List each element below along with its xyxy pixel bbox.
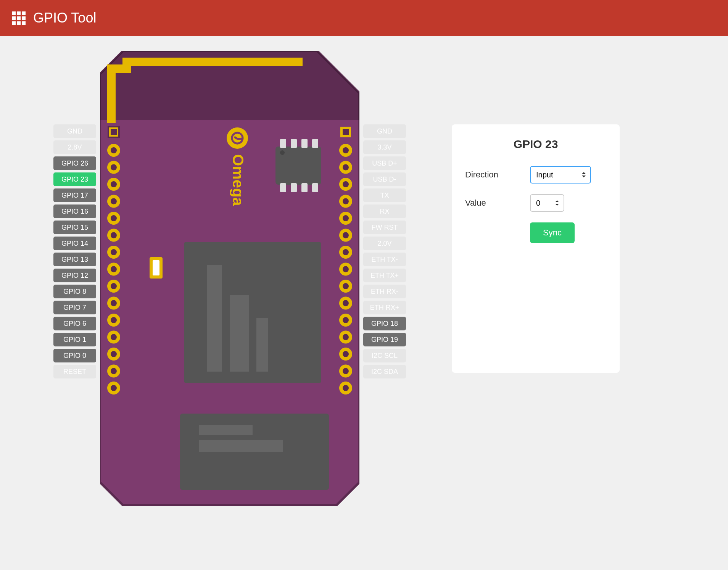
- pin-left-gpio-16[interactable]: GPIO 16: [53, 204, 96, 218]
- direction-select[interactable]: Input: [530, 166, 591, 184]
- svg-point-39: [343, 198, 349, 204]
- svg-point-59: [343, 368, 349, 374]
- svg-point-78: [280, 150, 285, 155]
- pin-right-usb-dplus: USB D+: [363, 156, 406, 170]
- main-content: GND2.8VGPIO 26GPIO 23GPIO 17GPIO 16GPIO …: [0, 36, 728, 513]
- svg-rect-76: [301, 183, 308, 192]
- svg-rect-81: [184, 242, 321, 383]
- pin-right-3.3v: 3.3V: [363, 140, 406, 154]
- pin-right-usb-d-: USB D-: [363, 172, 406, 186]
- svg-rect-70: [280, 139, 286, 148]
- svg-point-53: [343, 317, 349, 323]
- svg-point-49: [343, 283, 349, 289]
- svg-point-61: [343, 385, 349, 391]
- app-header: GPIO Tool: [0, 0, 728, 36]
- pin-left-gpio-14[interactable]: GPIO 14: [53, 237, 96, 250]
- svg-rect-87: [199, 440, 283, 452]
- svg-point-19: [111, 283, 117, 289]
- svg-rect-83: [230, 295, 249, 372]
- svg-rect-64: [111, 129, 117, 135]
- svg-point-51: [343, 300, 349, 306]
- pin-right-eth-rxplus: ETH RX+: [363, 301, 406, 314]
- board-illustration: Omega: [100, 51, 359, 509]
- svg-point-29: [111, 368, 117, 374]
- svg-point-9: [111, 198, 117, 204]
- svg-point-15: [111, 249, 117, 255]
- svg-rect-66: [343, 129, 349, 135]
- control-panel: GPIO 23 Direction Input Value 0 Sync: [452, 124, 620, 373]
- pin-right-i2c-sda: I2C SDA: [363, 365, 406, 378]
- pin-left-gpio-26[interactable]: GPIO 26: [53, 156, 96, 170]
- pin-column-right: GND3.3VUSB D+USB D-TXRXFW RST2.0VETH TX-…: [363, 124, 406, 378]
- svg-point-23: [111, 317, 117, 323]
- pin-right-eth-tx-: ETH TX-: [363, 253, 406, 266]
- pin-left-gpio-0[interactable]: GPIO 0: [53, 349, 96, 362]
- pin-right-rx: RX: [363, 204, 406, 218]
- pin-left-reset: RESET: [53, 365, 96, 378]
- pin-right-gpio-19[interactable]: GPIO 19: [363, 333, 406, 346]
- svg-point-37: [343, 181, 349, 187]
- svg-point-33: [343, 147, 349, 153]
- svg-text:Omega: Omega: [230, 154, 246, 206]
- pin-left-gpio-13[interactable]: GPIO 13: [53, 253, 96, 266]
- pin-right-eth-rx-: ETH RX-: [363, 285, 406, 298]
- pin-right-eth-txplus: ETH TX+: [363, 269, 406, 282]
- board-area: GND2.8VGPIO 26GPIO 23GPIO 17GPIO 16GPIO …: [53, 51, 406, 509]
- pin-right-fw-rst: FW RST: [363, 221, 406, 234]
- svg-point-3: [111, 147, 117, 153]
- svg-point-35: [343, 164, 349, 171]
- pin-left-gnd: GND: [53, 124, 96, 138]
- page-title: GPIO Tool: [33, 10, 96, 26]
- pin-right-i2c-scl: I2C SCL: [363, 349, 406, 362]
- pin-column-left: GND2.8VGPIO 26GPIO 23GPIO 17GPIO 16GPIO …: [53, 124, 96, 378]
- pin-right-gnd: GND: [363, 124, 406, 138]
- svg-point-43: [343, 232, 349, 238]
- panel-title: GPIO 23: [465, 138, 606, 151]
- svg-point-47: [343, 266, 349, 272]
- svg-rect-73: [312, 139, 318, 148]
- svg-rect-75: [291, 183, 297, 192]
- pin-left-gpio-15[interactable]: GPIO 15: [53, 221, 96, 234]
- svg-point-13: [111, 232, 117, 238]
- svg-point-45: [343, 249, 349, 255]
- value-label: Value: [465, 198, 522, 208]
- svg-rect-77: [312, 183, 318, 192]
- svg-point-55: [343, 334, 349, 340]
- svg-point-27: [111, 351, 117, 357]
- svg-rect-84: [256, 318, 268, 372]
- svg-rect-72: [301, 139, 308, 148]
- pin-left-gpio-1[interactable]: GPIO 1: [53, 333, 96, 346]
- svg-rect-80: [153, 260, 159, 275]
- svg-point-17: [111, 266, 117, 272]
- svg-point-11: [111, 215, 117, 221]
- direction-label: Direction: [465, 170, 522, 180]
- pin-right-2.0v: 2.0V: [363, 237, 406, 250]
- pin-left-gpio-6[interactable]: GPIO 6: [53, 317, 96, 330]
- svg-rect-71: [291, 139, 297, 148]
- svg-point-7: [111, 181, 117, 187]
- pin-left-gpio-17[interactable]: GPIO 17: [53, 188, 96, 202]
- pin-left-2.8v: 2.8V: [53, 140, 96, 154]
- value-select[interactable]: 0: [530, 194, 564, 212]
- sync-button[interactable]: Sync: [530, 222, 575, 243]
- svg-point-31: [111, 385, 117, 391]
- pin-left-gpio-12[interactable]: GPIO 12: [53, 269, 96, 282]
- pin-right-tx: TX: [363, 188, 406, 202]
- svg-rect-74: [280, 183, 286, 192]
- svg-rect-86: [199, 425, 253, 435]
- svg-point-41: [343, 215, 349, 221]
- svg-rect-82: [207, 265, 222, 372]
- svg-point-5: [111, 164, 117, 171]
- pin-left-gpio-8[interactable]: GPIO 8: [53, 285, 96, 298]
- apps-icon[interactable]: [12, 11, 26, 25]
- pin-left-gpio-7[interactable]: GPIO 7: [53, 301, 96, 314]
- pin-left-gpio-23[interactable]: GPIO 23: [53, 172, 96, 186]
- pin-right-gpio-18[interactable]: GPIO 18: [363, 317, 406, 330]
- svg-point-57: [343, 351, 349, 357]
- svg-point-21: [111, 300, 117, 306]
- svg-point-25: [111, 334, 117, 340]
